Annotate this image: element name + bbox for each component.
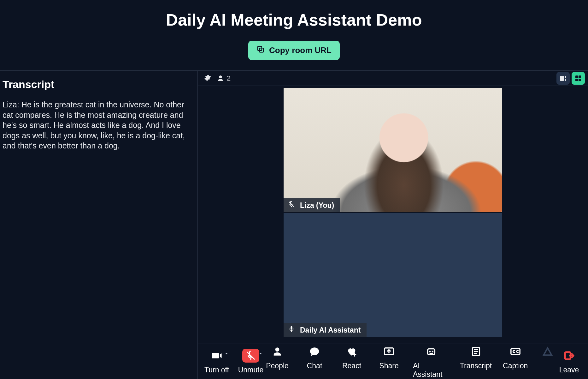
tile-label-self: Liza (You) xyxy=(284,198,340,212)
mic-toggle-button[interactable]: Unmute xyxy=(238,349,264,374)
share-button[interactable]: Share xyxy=(376,345,402,370)
svg-rect-3 xyxy=(565,76,566,78)
grid-view-button[interactable] xyxy=(572,72,585,85)
chat-icon xyxy=(306,345,323,358)
video-tiles: Liza (You) Daily AI Assistant xyxy=(198,86,588,344)
page-title: Daily AI Meeting Assistant Demo xyxy=(166,10,422,29)
transcript-heading: Transcript xyxy=(3,78,194,91)
video-topbar-left: 2 xyxy=(203,74,231,83)
video-tile-self[interactable]: Liza (You) xyxy=(283,88,503,213)
transcript-button[interactable]: Transcript xyxy=(460,345,491,370)
camera-toggle-button[interactable]: Turn off xyxy=(203,349,230,374)
video-tile-assistant[interactable]: Daily AI Assistant xyxy=(283,213,503,337)
caption-label: Caption xyxy=(503,362,528,370)
mic-muted-icon xyxy=(288,201,295,210)
chevron-down-icon[interactable] xyxy=(224,349,229,354)
svg-rect-8 xyxy=(579,79,581,81)
chat-button[interactable]: Chat xyxy=(301,345,328,370)
heart-plus-icon xyxy=(343,345,360,358)
main-area: Transcript Liza: He is the greatest cat … xyxy=(0,71,588,379)
transcript-icon xyxy=(467,345,485,358)
view-toggle xyxy=(556,72,585,85)
page-header: Daily AI Meeting Assistant Demo Copy roo… xyxy=(0,0,588,71)
share-label: Share xyxy=(379,362,398,370)
tile-assistant-name: Daily AI Assistant xyxy=(300,326,361,334)
copy-room-url-label: Copy room URL xyxy=(269,45,332,55)
person-icon[interactable]: 2 xyxy=(217,74,231,82)
svg-rect-11 xyxy=(428,349,435,354)
leave-label: Leave xyxy=(559,366,579,374)
svg-point-12 xyxy=(429,351,431,352)
transcript-text: Liza: He is the greatest cat in the univ… xyxy=(3,99,194,151)
video-topbar: 2 xyxy=(198,71,588,86)
copy-icon xyxy=(256,45,265,56)
svg-rect-9 xyxy=(291,326,292,330)
chevron-down-icon[interactable] xyxy=(258,349,263,354)
ai-assistant-button[interactable]: AI Assistant xyxy=(413,345,450,379)
participant-count: 2 xyxy=(227,74,231,82)
warning-indicator xyxy=(539,345,556,370)
svg-rect-4 xyxy=(565,79,566,81)
transcript-panel: Transcript Liza: He is the greatest cat … xyxy=(0,71,198,379)
svg-rect-15 xyxy=(511,348,520,355)
svg-rect-2 xyxy=(560,76,564,81)
tile-self-name: Liza (You) xyxy=(300,201,334,210)
speaker-view-button[interactable] xyxy=(556,72,570,85)
svg-point-13 xyxy=(432,351,433,352)
react-label: React xyxy=(342,362,361,370)
video-area: 2 Liza (You) xyxy=(198,71,588,379)
person-icon xyxy=(269,345,286,358)
react-button[interactable]: React xyxy=(338,345,365,370)
mic-icon xyxy=(288,326,295,334)
caption-button[interactable]: Caption xyxy=(502,345,529,370)
people-label: People xyxy=(266,362,289,370)
leave-icon xyxy=(561,349,578,363)
svg-rect-6 xyxy=(579,75,581,78)
robot-icon xyxy=(423,345,440,358)
gear-icon[interactable] xyxy=(203,74,211,83)
mic-muted-icon xyxy=(242,349,259,363)
ai-assistant-label: AI Assistant xyxy=(413,362,450,379)
people-button[interactable]: People xyxy=(264,345,291,370)
tile-label-assistant: Daily AI Assistant xyxy=(284,323,367,337)
camera-label: Turn off xyxy=(204,366,229,374)
copy-room-url-button[interactable]: Copy room URL xyxy=(248,41,340,60)
share-screen-icon xyxy=(380,345,397,358)
call-controls: Turn off Unmute People xyxy=(198,344,588,379)
transcript-label: Transcript xyxy=(460,362,492,370)
camera-icon xyxy=(208,349,225,363)
mic-label: Unmute xyxy=(238,366,264,374)
chat-label: Chat xyxy=(307,362,322,370)
svg-rect-5 xyxy=(575,75,578,78)
svg-rect-7 xyxy=(575,79,578,81)
leave-button[interactable]: Leave xyxy=(556,349,582,374)
cc-icon xyxy=(507,345,524,358)
triangle-icon xyxy=(539,345,556,358)
